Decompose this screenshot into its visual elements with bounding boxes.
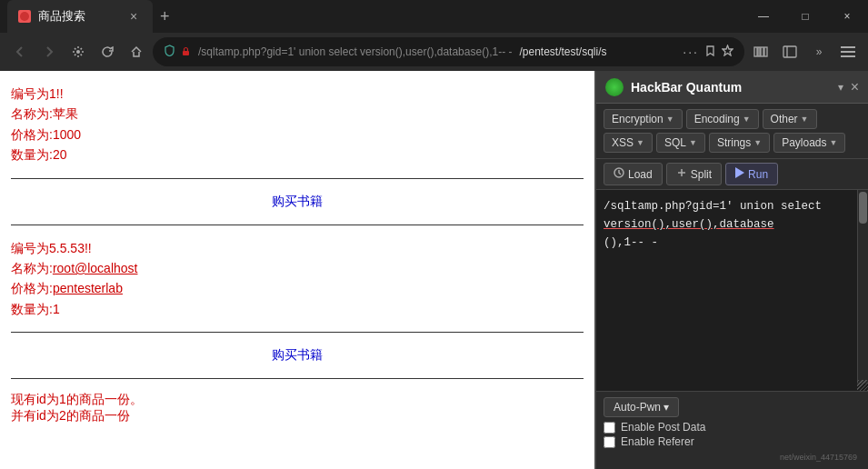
- autopwn-button[interactable]: Auto-Pwn ▾: [604, 397, 679, 417]
- home-button[interactable]: [124, 39, 149, 65]
- page-content: 编号为1!! 名称为:苹果 价格为:1000 数量为:20 购买书籍 编号为5.…: [0, 71, 595, 469]
- minimize-button[interactable]: —: [743, 0, 784, 33]
- sql-button[interactable]: SQL ▼: [656, 133, 705, 153]
- address-bar[interactable]: /sqltamp.php?gid=1' union select version…: [153, 37, 744, 66]
- browser-chrome: 商品搜索 × + /sqltamp.php?gid=1' uni: [0, 0, 868, 71]
- main-area: 编号为1!! 名称为:苹果 价格为:1000 数量为:20 购买书籍 编号为5.…: [0, 71, 868, 469]
- strings-button[interactable]: Strings ▼: [709, 133, 770, 153]
- tab-bar: 商品搜索 × +: [0, 0, 868, 33]
- enable-post-checkbox[interactable]: [604, 422, 615, 434]
- product-price-1: 价格为:1000: [11, 125, 584, 145]
- svg-point-0: [20, 12, 29, 21]
- buy-row-1[interactable]: 购买书籍: [11, 186, 584, 217]
- svg-rect-5: [758, 47, 760, 56]
- other-label: Other: [771, 113, 798, 125]
- separator-2: [11, 225, 584, 225]
- sql-arrow-icon: ▼: [689, 138, 697, 147]
- split-label: Split: [691, 168, 712, 181]
- hackbar-title: HackBar Quantum: [631, 80, 838, 95]
- product-price-2: 价格为:pentesterlab: [11, 278, 584, 298]
- bookmark-icon[interactable]: [704, 45, 716, 59]
- autopwn-label: Auto-Pwn: [614, 401, 661, 414]
- hackbar-scrollbar[interactable]: [857, 190, 868, 384]
- hackbar-panel: HackBar Quantum ▾ × Encryption ▼ Encodin…: [595, 71, 868, 469]
- product-block-1: 编号为1!! 名称为:苹果 价格为:1000 数量为:20: [11, 78, 584, 171]
- enable-referer-label: Enable Referer: [621, 435, 694, 448]
- watermark-text: net/weixin_44715769: [604, 450, 861, 464]
- sql-label: SQL: [664, 136, 686, 149]
- star-icon[interactable]: [722, 45, 733, 59]
- new-tab-button[interactable]: +: [153, 7, 177, 26]
- load-button[interactable]: Load: [604, 163, 663, 185]
- forward-button[interactable]: [36, 39, 62, 65]
- hackbar-content-area[interactable]: /sqltamp.php?gid=1' union select version…: [596, 190, 868, 384]
- enable-post-row[interactable]: Enable Post Data: [604, 421, 861, 434]
- product-id-1: 编号为1!!: [11, 84, 584, 104]
- library-icon[interactable]: [748, 39, 773, 65]
- svg-rect-12: [841, 55, 855, 57]
- payloads-label: Payloads: [782, 136, 826, 149]
- sidebar-toggle-icon[interactable]: [777, 39, 803, 65]
- xss-button[interactable]: XSS ▼: [604, 133, 653, 153]
- split-icon: [676, 167, 687, 181]
- svg-marker-3: [723, 45, 733, 55]
- back-button[interactable]: [7, 39, 33, 65]
- buy-link-2[interactable]: 购买书籍: [272, 347, 323, 362]
- svg-marker-14: [735, 167, 744, 178]
- payloads-button[interactable]: Payloads ▼: [773, 133, 845, 153]
- refresh-button[interactable]: [95, 39, 120, 65]
- encryption-button[interactable]: Encryption ▼: [604, 109, 683, 129]
- url-display: /pentest/test/sqli/s: [519, 45, 606, 58]
- lock-icon: [181, 45, 191, 59]
- product-price-2-value: pentesterlab: [53, 281, 123, 295]
- xss-arrow-icon: ▼: [636, 138, 644, 147]
- encoding-button[interactable]: Encoding ▼: [686, 109, 759, 129]
- tab-favicon: [18, 10, 31, 23]
- svg-rect-8: [783, 46, 796, 57]
- other-button[interactable]: Other ▼: [763, 109, 817, 129]
- info-line-1: 现有id为1的商品一份。: [11, 392, 584, 408]
- svg-rect-6: [761, 47, 763, 56]
- nav-bar: /sqltamp.php?gid=1' union select version…: [0, 33, 868, 71]
- active-tab[interactable]: 商品搜索 ×: [7, 0, 153, 33]
- load-icon: [614, 167, 624, 181]
- product-block-2: 编号为5.5.53!! 名称为:root@localhost 价格为:pente…: [11, 233, 584, 325]
- svg-rect-11: [841, 51, 855, 53]
- hackbar-sql-textarea[interactable]: /sqltamp.php?gid=1' union select version…: [596, 190, 857, 384]
- buy-row-2[interactable]: 购买书籍: [11, 340, 584, 371]
- separator-4: [11, 378, 584, 379]
- tools-button[interactable]: [65, 39, 91, 65]
- shield-icon: [164, 45, 175, 59]
- url-box: /sqltamp.php?gid=1' union select version…: [196, 45, 514, 58]
- svg-rect-2: [183, 51, 189, 55]
- close-button[interactable]: ×: [826, 0, 868, 33]
- split-button[interactable]: Split: [666, 163, 722, 185]
- run-label: Run: [748, 168, 768, 181]
- product-block-3: 现有id为1的商品一份。 并有id为2的商品一份: [11, 386, 584, 430]
- strings-arrow-icon: ▼: [753, 138, 762, 147]
- product-id-2: 编号为5.5.53!!: [11, 238, 584, 258]
- load-label: Load: [628, 168, 653, 181]
- hackbar-logo: [605, 78, 624, 96]
- enable-post-label: Enable Post Data: [621, 421, 705, 434]
- more-tools-icon[interactable]: »: [806, 39, 832, 65]
- svg-rect-4: [754, 47, 757, 56]
- run-button[interactable]: Run: [725, 163, 778, 185]
- encoding-label: Encoding: [694, 113, 740, 125]
- enable-referer-row[interactable]: Enable Referer: [604, 435, 861, 448]
- separator-3: [11, 332, 584, 333]
- product-qty-2: 数量为:1: [11, 299, 584, 319]
- enable-referer-checkbox[interactable]: [604, 436, 615, 448]
- hackbar-header: HackBar Quantum ▾ ×: [596, 71, 868, 104]
- maximize-button[interactable]: □: [784, 0, 826, 33]
- tab-close-button[interactable]: ×: [125, 8, 142, 25]
- more-options-icon[interactable]: ···: [683, 45, 699, 59]
- hackbar-action-row: Load Split Run: [596, 159, 868, 190]
- resize-handle[interactable]: [596, 384, 868, 391]
- run-icon: [735, 167, 744, 181]
- product-qty-1: 数量为:20: [11, 145, 584, 165]
- hackbar-close-button[interactable]: ×: [851, 79, 859, 95]
- hackbar-collapse-icon[interactable]: ▾: [838, 81, 843, 94]
- hamburger-menu-icon[interactable]: [835, 39, 861, 65]
- buy-link-1[interactable]: 购买书籍: [272, 194, 323, 208]
